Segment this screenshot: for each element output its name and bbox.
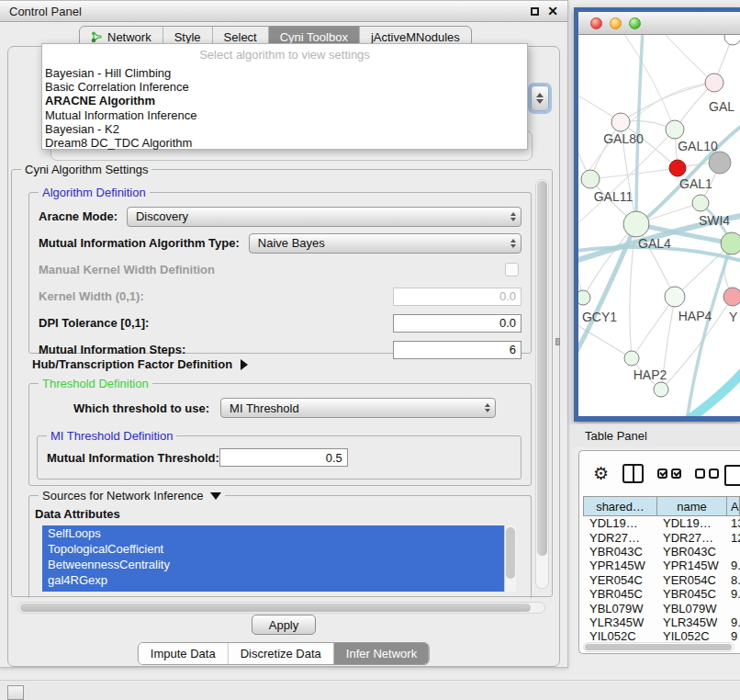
network-canvas[interactable]: GALGAL80GAL10GAL1GAL11SWI4GAL4GCY1HAP4YH… <box>578 35 740 416</box>
network-edge <box>621 83 714 122</box>
column-header-a[interactable]: A <box>727 497 740 515</box>
column-header-shared[interactable]: shared… <box>584 497 657 515</box>
table-cell: YDL19… <box>583 516 656 530</box>
settings-vertical-scrollbar[interactable] <box>535 179 549 589</box>
hub-definition-toggle[interactable]: Hub/Transcription Factor Definition <box>32 357 248 371</box>
select-all-checkboxes-icon[interactable] <box>657 469 681 479</box>
algorithm-dropdown-items: Bayesian - Hill ClimbingBasic Correlatio… <box>42 66 527 150</box>
node-gal1[interactable] <box>669 160 686 176</box>
table-row[interactable]: YDR27…YDR27…12 <box>583 530 740 544</box>
table-row[interactable]: YDL19…YDL19…13 <box>583 516 740 530</box>
node-label-gcy1: GCY1 <box>582 310 617 324</box>
mi-threshold-field[interactable]: 0.5 <box>219 448 348 467</box>
sources-toggle[interactable]: Sources for Network Inference <box>39 489 225 502</box>
table-panel-title: Table Panel <box>585 429 647 443</box>
table-body: YDL19…YDL19…13YDR27…YDR27…12YBR043CYBR04… <box>583 516 740 641</box>
node-hap2[interactable] <box>624 351 639 366</box>
tab-label: Cyni Toolbox <box>280 30 348 44</box>
algorithm-combo-arrow[interactable] <box>531 85 549 111</box>
cyni-algorithm-settings-title: Cyni Algorithm Settings <box>21 163 151 176</box>
attribute-item-gal4rgexp[interactable]: gal4RGexp <box>42 573 504 589</box>
node-label-hap4: HAP4 <box>678 309 712 323</box>
expand-right-icon <box>241 359 248 370</box>
algorithm-option-dream8-dc-tdc-algorithm[interactable]: Dream8 DC_TDC Algorithm <box>45 136 527 150</box>
node-pink-top[interactable] <box>705 73 723 92</box>
mi-steps-label: Mutual Information Steps: <box>39 343 185 356</box>
settings-horizontal-scrollbar[interactable] <box>17 602 545 614</box>
node-swi4[interactable] <box>692 195 709 211</box>
close-traffic-light[interactable] <box>590 17 602 29</box>
attribute-item-selfloops[interactable]: SelfLoops <box>42 526 504 542</box>
node-hap4[interactable] <box>665 287 685 307</box>
attributes-scroll-thumb[interactable] <box>506 527 515 579</box>
algorithm-dropdown-prompt: Select algorithm to view settings <box>42 44 527 66</box>
table-row[interactable]: YER054CYER054C8. <box>583 573 740 587</box>
node-gal10[interactable] <box>666 120 684 139</box>
kernel-width-field[interactable]: 0.0 <box>393 288 521 306</box>
node-bottom[interactable] <box>654 382 668 397</box>
node-gal80[interactable] <box>611 113 630 131</box>
table-header-row: shared…nameA <box>583 496 740 516</box>
mi-threshold-definition-title: MI Threshold Definition <box>47 429 176 443</box>
table-row[interactable]: YBL079WYBL079W <box>583 601 740 615</box>
algorithm-definition-title: Algorithm Definition <box>39 186 150 199</box>
network-edge <box>578 322 632 358</box>
gear-icon[interactable]: ⚙ <box>593 465 609 482</box>
node-pink-right[interactable] <box>723 288 740 306</box>
network-edge <box>632 297 675 358</box>
mi-steps-field[interactable]: 6 <box>393 341 521 359</box>
network-edge <box>636 35 643 222</box>
panel-splitter-handle[interactable] <box>555 338 560 345</box>
attributes-scrollbar[interactable] <box>504 525 516 592</box>
table-cell: 13 <box>726 516 740 530</box>
which-threshold-combo[interactable]: MI Threshold <box>220 398 496 418</box>
minimize-traffic-light[interactable] <box>610 17 622 29</box>
bottom-left-mini-button[interactable] <box>7 685 24 700</box>
aracne-mode-combo[interactable]: Discovery <box>127 207 521 227</box>
network-edge <box>590 168 678 179</box>
collapse-down-icon <box>210 492 221 500</box>
settings-vscroll-thumb[interactable] <box>537 181 547 556</box>
tab-impute-data[interactable]: Impute Data <box>139 643 229 664</box>
node-top-partial[interactable] <box>724 35 740 45</box>
threshold-definition-group: Threshold Definition Which threshold to … <box>28 383 532 486</box>
node-gcy1[interactable] <box>578 290 590 305</box>
table-row[interactable]: YLR345WYLR345W9. <box>583 615 740 629</box>
tab-infer-network[interactable]: Infer Network <box>334 643 429 664</box>
algorithm-option-bayesian-k2[interactable]: Bayesian - K2 <box>45 122 527 136</box>
algorithm-option-aracne-algorithm[interactable]: ARACNE Algorithm <box>45 94 527 107</box>
tab-discretize-data[interactable]: Discretize Data <box>229 643 334 664</box>
table-row[interactable]: YBR045CYBR045C9. <box>583 587 740 601</box>
algorithm-option-bayesian-hill-climbing[interactable]: Bayesian - Hill Climbing <box>45 66 527 80</box>
dpi-tolerance-field[interactable]: 0.0 <box>393 314 521 333</box>
table-row[interactable]: YPR145WYPR145W9. <box>583 559 740 572</box>
mi-type-label: Mutual Information Algorithm Type: <box>39 236 240 250</box>
algorithm-option-mutual-information-inference[interactable]: Mutual Information Inference <box>45 108 527 122</box>
column-layout-icon[interactable] <box>622 464 644 483</box>
deselect-checkboxes-icon[interactable] <box>695 469 719 479</box>
close-icon[interactable]: ✕ <box>547 6 558 17</box>
node-green-right[interactable] <box>721 232 740 254</box>
table-row[interactable]: YIL052CYIL052C9 <box>583 629 740 641</box>
table-row[interactable]: YBR043CYBR043C <box>583 545 740 559</box>
column-header-name[interactable]: name <box>657 497 727 515</box>
table-hscroll-thumb[interactable] <box>585 644 732 650</box>
node-gal4[interactable] <box>623 211 649 237</box>
manual-kernel-checkbox[interactable] <box>505 263 519 277</box>
attribute-item-topologicalcoefficient[interactable]: TopologicalCoefficient <box>42 542 504 558</box>
node-gray[interactable] <box>709 152 731 174</box>
table-horizontal-scrollbar[interactable] <box>583 642 734 652</box>
algorithm-option-basic-correlation-inference[interactable]: Basic Correlation Inference <box>45 80 527 94</box>
node-gal11[interactable] <box>581 170 600 188</box>
settings-hscroll-thumb[interactable] <box>20 604 531 612</box>
new-table-icon[interactable] <box>724 465 740 486</box>
sources-group: Sources for Network Inference Data Attri… <box>28 495 532 598</box>
attribute-item-betweennesscentrality[interactable]: BetweennessCentrality <box>42 558 504 573</box>
combo-arrows-icon <box>510 208 516 226</box>
network-icon <box>91 31 103 43</box>
float-window-icon[interactable] <box>531 7 539 16</box>
zoom-traffic-light[interactable] <box>629 17 641 29</box>
apply-button[interactable]: Apply <box>252 615 316 635</box>
mi-type-combo[interactable]: Naive Bayes <box>249 233 521 254</box>
table-panel-header: Table Panel <box>570 423 740 447</box>
